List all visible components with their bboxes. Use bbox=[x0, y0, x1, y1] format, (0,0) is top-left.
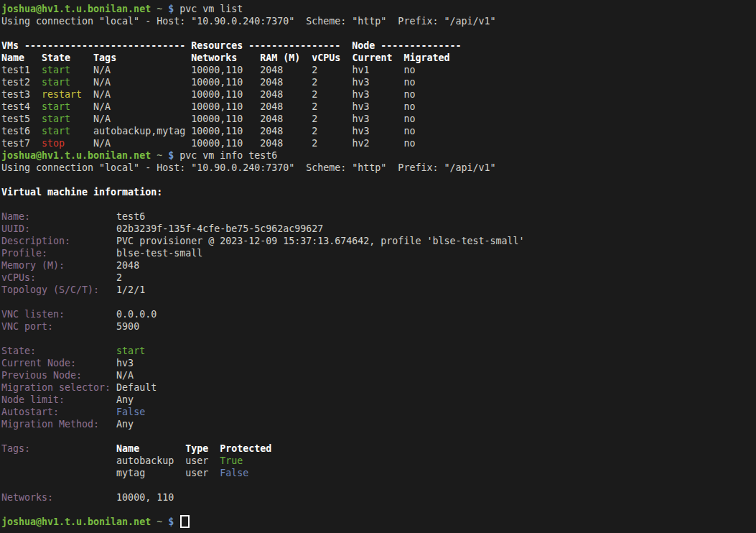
terminal-line: mytag user False bbox=[1, 467, 756, 479]
col-tags: Tags bbox=[93, 52, 191, 63]
vm-tags: autobackup,mytag bbox=[93, 126, 191, 136]
vm-name: test3 bbox=[1, 89, 42, 100]
vm-name: test6 bbox=[1, 126, 42, 136]
vm-ram: 2048 bbox=[260, 65, 312, 75]
field-label: Previous Node: bbox=[1, 370, 116, 381]
field-value: Default bbox=[116, 382, 157, 393]
col-vcpus: vCPUs bbox=[312, 52, 352, 63]
terminal[interactable]: joshua@hv1.t.u.bonilan.net ~ $ pvc vm li… bbox=[0, 0, 756, 528]
field-label: Autostart: bbox=[1, 407, 116, 417]
vm-ram: 2048 bbox=[260, 126, 312, 136]
vm-networks: 10000,110 bbox=[191, 126, 260, 136]
field-value: hv3 bbox=[116, 358, 134, 369]
field-value: 10000, 110 bbox=[116, 492, 174, 503]
terminal-line: VNC listen: 0.0.0.0 bbox=[1, 308, 756, 320]
terminal-line: test6 start autobackup,mytag 10000,110 2… bbox=[1, 125, 756, 137]
vm-tags: N/A bbox=[93, 77, 191, 88]
tag-protected: True bbox=[220, 455, 243, 466]
field-label: Migration selector: bbox=[1, 382, 116, 393]
field-value: 0.0.0.0 bbox=[116, 309, 157, 320]
terminal-line: Current Node: hv3 bbox=[1, 357, 756, 369]
terminal-line: Using connection "local" - Host: "10.90.… bbox=[1, 162, 756, 174]
field-label: Networks: bbox=[1, 492, 116, 503]
terminal-line bbox=[1, 174, 756, 186]
terminal-line bbox=[1, 296, 756, 308]
field-label: VNC port: bbox=[1, 321, 116, 332]
field-label: Name: bbox=[1, 211, 116, 222]
field-label: Node limit: bbox=[1, 394, 116, 405]
prompt-user-host: joshua@hv1.t.u.bonilan.net bbox=[1, 4, 151, 14]
terminal-line: test7 stop N/A 10000,110 2048 2 hv2 no bbox=[1, 137, 756, 149]
terminal-line: VMs ---------------------------- Resourc… bbox=[1, 40, 756, 52]
prompt-symbol: $ bbox=[168, 4, 174, 14]
terminal-line bbox=[1, 430, 756, 442]
vm-vcpus: 2 bbox=[312, 126, 352, 136]
vm-vcpus: 2 bbox=[312, 101, 352, 112]
tag-row: autobackup user bbox=[1, 455, 220, 466]
table-section-header: VMs ---------------------------- Resourc… bbox=[1, 40, 461, 51]
field-value: Any bbox=[116, 419, 134, 430]
prompt-user-host: joshua@hv1.t.u.bonilan.net bbox=[1, 150, 151, 161]
command-vm-list: pvc vm list bbox=[179, 4, 243, 14]
terminal-line: joshua@hv1.t.u.bonilan.net ~ $ pvc vm in… bbox=[1, 149, 756, 162]
vm-migrated: no bbox=[403, 65, 415, 75]
terminal-line: test2 start N/A 10000,110 2048 2 hv3 no bbox=[1, 76, 756, 88]
terminal-line: Migration Method: Any bbox=[1, 418, 756, 430]
vm-networks: 10000,110 bbox=[191, 65, 260, 75]
terminal-line: Topology (S/C/T): 1/2/1 bbox=[1, 284, 756, 296]
vm-networks: 10000,110 bbox=[191, 101, 260, 112]
field-label: vCPUs: bbox=[1, 272, 116, 283]
terminal-line: test1 start N/A 10000,110 2048 2 hv1 no bbox=[1, 64, 756, 76]
vm-state: start bbox=[42, 126, 93, 136]
vm-networks: 10000,110 bbox=[191, 113, 260, 124]
terminal-line: Name: test6 bbox=[1, 210, 756, 223]
tag-row: mytag user bbox=[1, 468, 220, 478]
terminal-line: State: start bbox=[1, 345, 756, 357]
terminal-line: Node limit: Any bbox=[1, 394, 756, 406]
field-value: 2048 bbox=[116, 260, 139, 271]
vm-node: hv3 bbox=[352, 126, 403, 136]
vm-vcpus: 2 bbox=[312, 113, 352, 124]
connection-info: Using connection "local" - Host: "10.90.… bbox=[1, 16, 495, 27]
vm-name: test4 bbox=[1, 101, 42, 112]
field-label: Migration Method: bbox=[1, 419, 116, 430]
terminal-line: test3 restart N/A 10000,110 2048 2 hv3 n… bbox=[1, 88, 756, 101]
terminal-line: joshua@hv1.t.u.bonilan.net ~ $ bbox=[1, 516, 756, 528]
vm-name: test2 bbox=[1, 77, 42, 88]
vm-state: restart bbox=[42, 89, 93, 100]
vm-migrated: no bbox=[403, 113, 415, 124]
vm-networks: 10000,110 bbox=[191, 138, 260, 149]
vm-state: start bbox=[42, 65, 93, 75]
vm-vcpus: 2 bbox=[312, 138, 352, 149]
vm-node: hv3 bbox=[352, 101, 403, 112]
vm-networks: 10000,110 bbox=[191, 89, 260, 100]
vm-ram: 2048 bbox=[260, 101, 312, 112]
terminal-line: Using connection "local" - Host: "10.90.… bbox=[1, 15, 756, 27]
terminal-line bbox=[1, 479, 756, 491]
field-value: Any bbox=[116, 394, 134, 405]
vm-state: start bbox=[42, 113, 93, 124]
field-value: PVC provisioner @ 2023-12-09 15:37:13.67… bbox=[116, 236, 524, 246]
col-ram: RAM (M) bbox=[260, 52, 312, 63]
terminal-line: Name State Tags Networks RAM (M) vCPUs C… bbox=[1, 52, 756, 64]
vm-node: hv1 bbox=[352, 65, 403, 75]
terminal-line: Networks: 10000, 110 bbox=[1, 491, 756, 504]
field-label: Description: bbox=[1, 236, 116, 246]
vm-tags: N/A bbox=[93, 113, 191, 124]
vm-state: start bbox=[42, 77, 93, 88]
terminal-line bbox=[1, 504, 756, 516]
prompt-cwd: ~ bbox=[157, 150, 162, 161]
connection-info: Using connection "local" - Host: "10.90.… bbox=[1, 162, 495, 173]
field-label: Tags: bbox=[1, 443, 116, 454]
field-label: Memory (M): bbox=[1, 260, 116, 271]
col-migrated: Migrated bbox=[403, 52, 449, 63]
vm-node: hv3 bbox=[352, 89, 403, 100]
vm-tags: N/A bbox=[93, 101, 191, 112]
info-title: Virtual machine information: bbox=[1, 187, 162, 198]
terminal-line: autobackup user True bbox=[1, 455, 756, 467]
terminal-line: test4 start N/A 10000,110 2048 2 hv3 no bbox=[1, 101, 756, 113]
field-label: VNC listen: bbox=[1, 309, 116, 320]
field-value: False bbox=[116, 407, 145, 417]
terminal-line: test5 start N/A 10000,110 2048 2 hv3 no bbox=[1, 113, 756, 125]
vm-ram: 2048 bbox=[260, 138, 312, 149]
